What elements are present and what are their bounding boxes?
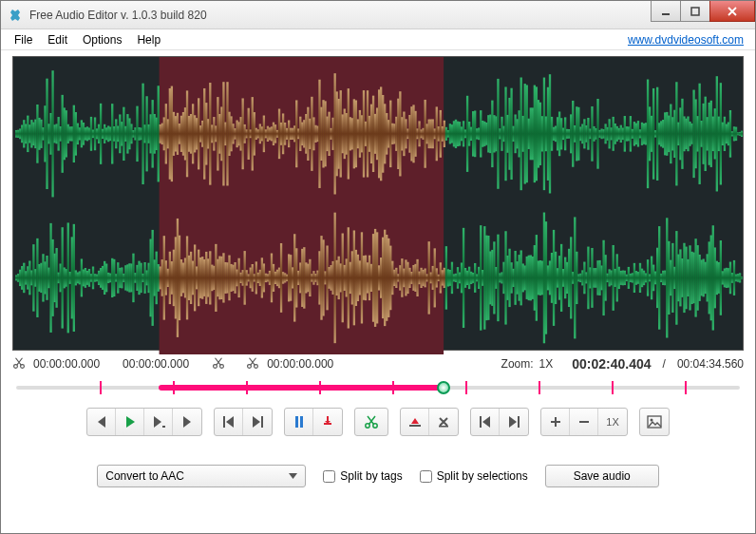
svg-rect-303 — [589, 128, 591, 139]
play-selection-button[interactable] — [144, 409, 173, 435]
svg-rect-680 — [583, 262, 585, 295]
svg-rect-693 — [608, 269, 610, 286]
close-button[interactable] — [709, 1, 755, 22]
svg-rect-197 — [386, 113, 387, 155]
svg-rect-396 — [38, 264, 40, 292]
svg-rect-555 — [344, 265, 346, 291]
go-end-button[interactable] — [500, 409, 528, 435]
crop-button[interactable] — [401, 409, 429, 435]
svg-rect-382 — [741, 131, 743, 137]
svg-rect-186 — [365, 122, 367, 146]
image-button[interactable] — [640, 409, 669, 435]
rewind-button[interactable] — [87, 409, 116, 435]
svg-rect-280 — [545, 116, 547, 151]
svg-rect-711 — [643, 271, 645, 285]
svg-rect-388 — [23, 263, 25, 294]
play-button[interactable] — [116, 409, 144, 435]
svg-rect-363 — [705, 97, 707, 171]
menu-file[interactable]: File — [7, 31, 40, 48]
svg-rect-360 — [698, 84, 700, 184]
menu-help[interactable]: Help — [129, 31, 168, 48]
svg-rect-15 — [36, 105, 38, 163]
svg-rect-16 — [38, 118, 40, 150]
titlebar[interactable]: Free Audio Editor v. 1.0.3 build 820 — [1, 1, 755, 29]
svg-rect-55 — [113, 126, 115, 142]
svg-rect-19 — [44, 105, 46, 162]
svg-rect-441 — [124, 265, 126, 290]
svg-rect-501 — [239, 273, 241, 283]
menu-options[interactable]: Options — [75, 31, 129, 48]
svg-rect-89 — [179, 124, 180, 144]
svg-rect-405 — [55, 248, 57, 308]
svg-rect-540 — [314, 274, 316, 282]
svg-rect-112 — [222, 82, 224, 185]
svg-rect-56 — [115, 119, 117, 148]
svg-rect-685 — [593, 268, 595, 288]
cut-button[interactable] — [355, 409, 387, 435]
svg-rect-698 — [618, 267, 620, 289]
svg-rect-434 — [111, 258, 113, 297]
svg-rect-646 — [519, 255, 520, 301]
svg-rect-328 — [637, 121, 639, 146]
split-by-selections-checkbox[interactable]: Split by selections — [420, 469, 528, 483]
split-by-selections-input[interactable] — [420, 470, 432, 483]
svg-rect-425 — [94, 274, 96, 281]
svg-rect-549 — [331, 261, 333, 295]
svg-rect-572 — [376, 232, 378, 323]
svg-rect-165 — [324, 101, 326, 166]
svg-rect-81 — [163, 117, 165, 150]
delete-button[interactable] — [429, 409, 458, 435]
svg-rect-191 — [374, 114, 376, 154]
svg-rect-702 — [626, 275, 628, 281]
svg-rect-503 — [244, 251, 246, 305]
svg-point-781 — [651, 419, 653, 422]
svg-rect-224 — [438, 126, 440, 141]
convert-format-combo[interactable]: Convert to AAC — [97, 465, 306, 487]
svg-rect-512 — [261, 257, 263, 297]
minimize-button[interactable] — [651, 1, 681, 22]
svg-rect-37 — [79, 127, 81, 140]
maximize-button[interactable] — [680, 1, 710, 22]
zoom-out-button[interactable] — [570, 409, 598, 435]
svg-rect-560 — [353, 230, 355, 325]
cursor-time: 00:00:00.000 — [267, 357, 333, 371]
svg-rect-708 — [637, 272, 639, 284]
skip-back-button[interactable] — [215, 409, 243, 435]
svg-rect-616 — [461, 262, 463, 293]
menu-edit[interactable]: Edit — [40, 31, 75, 48]
svg-rect-627 — [482, 270, 483, 286]
svg-rect-230 — [449, 124, 451, 143]
playhead-handle[interactable] — [437, 381, 450, 394]
timeline-slider[interactable] — [12, 377, 744, 398]
split-by-tags-checkbox[interactable]: Split by tags — [323, 469, 402, 483]
zoom-reset-button[interactable]: 1X — [598, 409, 627, 435]
record-button[interactable] — [313, 409, 342, 435]
svg-rect-162 — [318, 80, 320, 188]
zoom-in-button[interactable] — [541, 409, 570, 435]
svg-rect-59 — [121, 122, 123, 145]
svg-rect-325 — [632, 129, 633, 139]
svg-rect-291 — [566, 129, 568, 139]
svg-rect-536 — [307, 264, 309, 293]
selection-range[interactable] — [159, 385, 444, 391]
svg-rect-76 — [154, 114, 156, 154]
svg-rect-43 — [90, 117, 92, 151]
waveform-panel[interactable] — [12, 56, 744, 351]
svg-rect-88 — [177, 113, 179, 155]
svg-rect-679 — [581, 270, 583, 285]
svg-rect-243 — [474, 110, 476, 157]
svg-rect-222 — [434, 128, 436, 139]
save-audio-button[interactable]: Save audio — [545, 465, 659, 487]
svg-rect-397 — [40, 263, 42, 293]
go-start-button[interactable] — [471, 409, 500, 435]
svg-rect-519 — [274, 272, 276, 284]
website-link[interactable]: www.dvdvideosoft.com — [622, 31, 749, 48]
split-by-tags-input[interactable] — [323, 470, 335, 483]
skip-forward-button[interactable] — [243, 409, 272, 435]
forward-button[interactable] — [173, 409, 201, 435]
svg-rect-654 — [534, 245, 536, 311]
svg-rect-251 — [489, 115, 491, 154]
pause-button[interactable] — [285, 409, 313, 435]
svg-rect-390 — [27, 266, 28, 289]
svg-rect-78 — [158, 86, 160, 181]
